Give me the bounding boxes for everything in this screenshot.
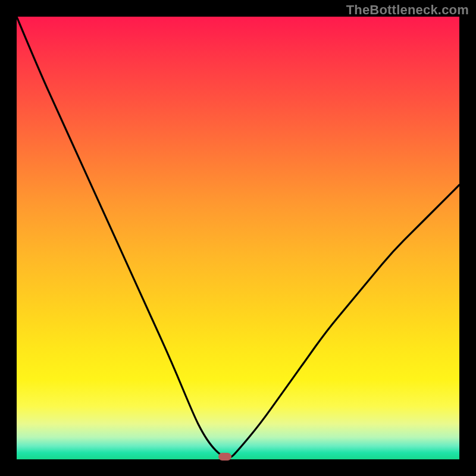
- bottleneck-marker: [218, 453, 231, 461]
- watermark-text: TheBottleneck.com: [346, 2, 469, 18]
- chart-plot-area: [17, 17, 459, 459]
- chart-frame: TheBottleneck.com: [0, 0, 476, 476]
- bottleneck-curve: [17, 17, 459, 459]
